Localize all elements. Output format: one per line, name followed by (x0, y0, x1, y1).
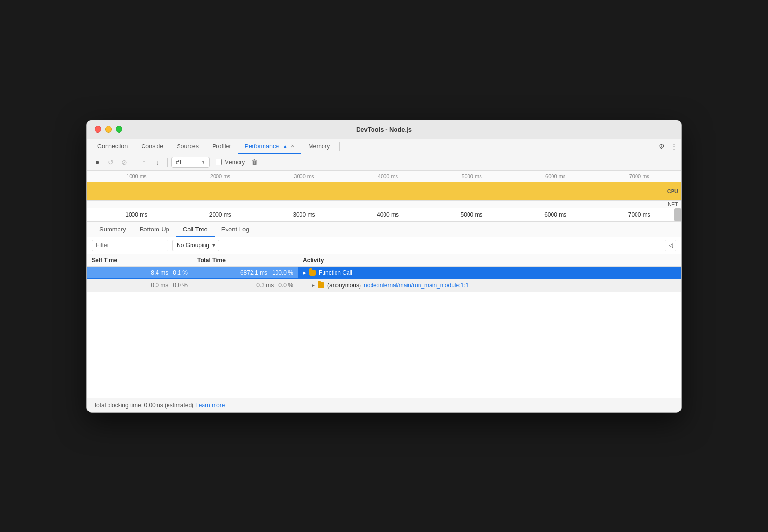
row1-self-time: 8.4 ms 0.1 % (87, 267, 192, 278)
expand-icon-2[interactable]: ▶ (312, 283, 315, 288)
timeline-area: 1000 ms 2000 ms 3000 ms 4000 ms 5000 ms … (87, 171, 681, 222)
ruler-tick-3000: 3000 ms (262, 173, 346, 179)
nav-divider (339, 142, 340, 151)
tab-connection[interactable]: Connection (91, 139, 134, 154)
tab-sources[interactable]: Sources (170, 139, 205, 154)
stop-button[interactable]: ⊘ (119, 157, 130, 168)
download-button[interactable]: ↓ (152, 157, 163, 168)
cpu-bar: CPU (87, 182, 681, 201)
cpu-label: CPU (667, 188, 678, 194)
ruler-tick-6000: 6000 ms (514, 173, 598, 179)
tab-profiler[interactable]: Profiler (205, 139, 238, 154)
expand-icon[interactable]: ▶ (303, 270, 306, 275)
tab-call-tree[interactable]: Call Tree (176, 222, 215, 237)
grouping-label: No Grouping (177, 242, 209, 249)
tab-event-log[interactable]: Event Log (215, 222, 256, 237)
toolbar-sep-2 (167, 158, 168, 167)
window-title: DevTools - Node.js (356, 126, 412, 133)
table-row[interactable]: 8.4 ms 0.1 % 6872.1 ms 100.0 % ▶ Functio… (87, 267, 681, 279)
ruler-tick-1000: 1000 ms (95, 173, 179, 179)
header-activity: Activity (298, 257, 681, 264)
row2-total-time: 0.3 ms 0.0 % (192, 280, 298, 290)
more-icon[interactable]: ⋮ (671, 142, 677, 151)
profile-label: #1 (176, 159, 182, 166)
record-button[interactable]: ● (92, 157, 103, 168)
settings-icon[interactable]: ⚙ (659, 142, 665, 151)
status-text: Total blocking time: 0.00ms (estimated) (94, 402, 193, 409)
header-self-time: Self Time (87, 257, 192, 264)
tab-console[interactable]: Console (134, 139, 170, 154)
ruler-tick-5000: 5000 ms (430, 173, 514, 179)
download-icon: ↓ (156, 158, 159, 166)
row1-total-ms: 6872.1 ms (240, 269, 267, 276)
toolbar: ● ↺ ⊘ ↑ ↓ #1 ▼ Memory 🗑 (87, 154, 681, 171)
reload-icon: ↺ (108, 158, 114, 166)
bottom-tick-3000: 3000 ms (262, 211, 346, 218)
maximize-button[interactable] (116, 126, 122, 133)
upload-icon: ↑ (143, 158, 146, 166)
row1-activity: ▶ Function Call (298, 267, 681, 278)
row1-self-ms: 8.4 ms (151, 269, 168, 276)
filter-input[interactable] (92, 240, 168, 251)
timeline-ruler-bottom[interactable]: 1000 ms 2000 ms 3000 ms 4000 ms 5000 ms … (87, 208, 681, 222)
bottom-tick-7000: 7000 ms (597, 211, 681, 218)
tab-memory[interactable]: Memory (301, 139, 336, 154)
ruler-tick-7000: 7000 ms (597, 173, 681, 179)
trash-button[interactable]: 🗑 (249, 157, 260, 168)
bottom-tick-6000: 6000 ms (514, 211, 598, 218)
row2-self-pct: 0.0 % (173, 282, 188, 289)
header-total-time: Total Time (192, 257, 298, 264)
row2-self-ms: 0.0 ms (151, 282, 168, 289)
row2-total-ms: 0.3 ms (256, 282, 274, 289)
table-empty-area (87, 292, 681, 398)
toolbar-sep-1 (134, 158, 134, 167)
memory-checkbox-container: Memory (216, 159, 245, 166)
analysis-tabs: Summary Bottom-Up Call Tree Event Log (87, 222, 681, 237)
tab-performance[interactable]: Performance ▲ ✕ (238, 139, 301, 154)
record-icon: ● (95, 158, 100, 167)
table-row[interactable]: 0.0 ms 0.0 % 0.3 ms 0.0 % ▶ (anonymous) … (87, 279, 681, 292)
memory-checkbox-label: Memory (224, 159, 245, 166)
row1-activity-name: Function Call (319, 269, 352, 276)
row1-total-pct: 100.0 % (272, 269, 293, 276)
tab-summary[interactable]: Summary (93, 222, 133, 237)
devtools-window: DevTools - Node.js Connection Console So… (86, 120, 682, 413)
bottom-tick-1000: 1000 ms (95, 211, 179, 218)
grouping-dropdown[interactable]: No Grouping ▾ (172, 240, 219, 251)
row2-activity: ▶ (anonymous) node:internal/main/run_mai… (298, 280, 681, 290)
performance-record-indicator: ▲ (282, 144, 288, 149)
chevron-down-icon: ▼ (201, 160, 205, 165)
minimize-button[interactable] (105, 126, 112, 133)
collapse-icon: ◁ (669, 242, 673, 249)
bottom-tick-4000: 4000 ms (346, 211, 430, 218)
data-table: Self Time Total Time Activity 8.4 ms 0.1… (87, 254, 681, 398)
tab-performance-close[interactable]: ✕ (290, 143, 295, 149)
trash-icon: 🗑 (252, 158, 258, 166)
filter-bar: No Grouping ▾ ◁ (87, 237, 681, 254)
upload-button[interactable]: ↑ (138, 157, 150, 168)
tab-bottom-up[interactable]: Bottom-Up (133, 222, 176, 237)
collapse-button[interactable]: ◁ (665, 240, 676, 251)
row2-activity-name: (anonymous) (327, 282, 361, 289)
status-bar: Total blocking time: 0.00ms (estimated) … (87, 398, 681, 412)
row1-self-pct: 0.1 % (173, 269, 188, 276)
row2-activity-link[interactable]: node:internal/main/run_main_module:1:1 (364, 282, 468, 289)
row1-total-time: 6872.1 ms 100.0 % (192, 267, 298, 278)
nav-tabs: Connection Console Sources Profiler Perf… (87, 139, 681, 154)
timeline-ruler-top: 1000 ms 2000 ms 3000 ms 4000 ms 5000 ms … (87, 171, 681, 182)
profile-dropdown[interactable]: #1 ▼ (171, 157, 210, 168)
grouping-arrow-icon: ▾ (212, 242, 215, 249)
ruler-tick-4000: 4000 ms (346, 173, 430, 179)
traffic-lights (95, 126, 122, 133)
titlebar: DevTools - Node.js (87, 120, 681, 139)
net-label: NET (668, 201, 678, 207)
ruler-tick-2000: 2000 ms (179, 173, 263, 179)
reload-button[interactable]: ↺ (105, 157, 117, 168)
nav-right: ⚙ ⋮ (659, 142, 677, 151)
learn-more-link[interactable]: Learn more (195, 402, 225, 409)
net-bar: NET (87, 201, 681, 208)
stop-icon: ⊘ (121, 158, 127, 166)
timeline-scrollbar[interactable] (674, 208, 681, 221)
memory-checkbox[interactable] (216, 159, 222, 165)
close-button[interactable] (95, 126, 101, 133)
